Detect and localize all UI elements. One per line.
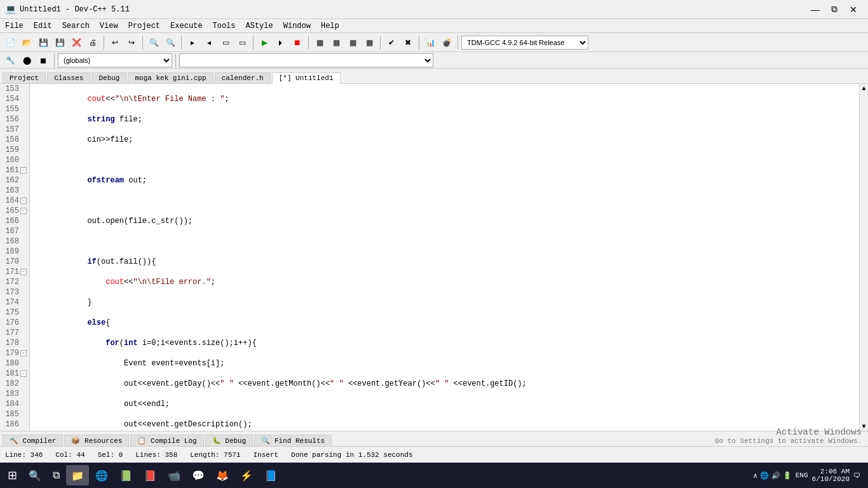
status-sel: Sel: 0: [98, 451, 123, 459]
tab-calender[interactable]: calender.h: [215, 72, 271, 83]
taskbar-icons: ∧ 🌐 🔊 🔋: [753, 471, 792, 480]
undo-button[interactable]: ↩: [107, 35, 123, 50]
tb2-btn1[interactable]: 🔧: [3, 53, 18, 68]
find-button[interactable]: 🔍: [146, 35, 161, 50]
tab-moga[interactable]: moga kek gini.cpp: [128, 72, 213, 83]
chevron-up-icon[interactable]: ∧: [753, 471, 757, 480]
grid4-button[interactable]: ▦: [362, 35, 377, 50]
fold-181[interactable]: −: [20, 370, 27, 377]
wechat-button[interactable]: 💬: [187, 465, 210, 485]
window-title: Untitled1 - Dev-C++ 5.11: [20, 5, 130, 14]
bottom-tabs: 🔨 Compiler 📦 Resources 📋 Compile Log 🐛 D…: [0, 431, 868, 446]
tab-classes[interactable]: Classes: [47, 72, 90, 83]
fold-171[interactable]: −: [20, 269, 27, 275]
toggle-comment-button[interactable]: ▭: [218, 35, 233, 50]
scroll-up-arrow[interactable]: ▲: [862, 84, 865, 93]
print-button[interactable]: 🖨: [85, 35, 100, 50]
tab-bar: Project Classes Debug moga kek gini.cpp …: [0, 69, 868, 84]
menu-project[interactable]: Project: [123, 20, 165, 32]
fold-164[interactable]: −: [20, 198, 27, 204]
replace-button[interactable]: 🔍: [163, 35, 178, 50]
unindent-button[interactable]: ◂: [201, 35, 217, 50]
excel-button[interactable]: 📗: [114, 465, 137, 485]
status-length: Length: 7571: [190, 451, 240, 459]
grid3-button[interactable]: ▦: [345, 35, 360, 50]
vertical-scrollbar[interactable]: ▲ ▼: [859, 84, 868, 431]
run-button[interactable]: ⏵: [273, 35, 288, 50]
syntax-check-button[interactable]: ▭: [234, 35, 250, 50]
scroll-down-arrow[interactable]: ▼: [862, 422, 865, 431]
tab-untitled1[interactable]: [*] Untitled1: [272, 72, 341, 84]
indent-button[interactable]: ▸: [185, 35, 200, 50]
fold-179[interactable]: −: [20, 350, 27, 356]
start-button[interactable]: ⊞: [3, 465, 22, 485]
fold-165[interactable]: −: [20, 208, 27, 214]
grid1-button[interactable]: ▦: [312, 35, 327, 50]
edge-button[interactable]: 🌐: [90, 465, 113, 485]
debug-button[interactable]: 💣: [439, 35, 454, 50]
taskbar-time: 2:06 AM 6/10/2020: [812, 468, 850, 483]
dev-button[interactable]: ⚡: [235, 465, 258, 485]
chart-button[interactable]: 📊: [423, 35, 438, 50]
save-all-button[interactable]: 💾: [52, 35, 67, 50]
network-icon: 🌐: [760, 471, 769, 480]
status-bar: Line: 346 Col: 44 Sel: 0 Lines: 358 Leng…: [0, 446, 868, 463]
powerpoint-button[interactable]: 📕: [139, 465, 161, 485]
compiler-dropdown[interactable]: TDM-GCC 4.9.2 64-bit Release: [461, 36, 588, 50]
line-numbers: 153 154 155 156 157 158 159 160 161− 162…: [0, 84, 30, 431]
fold-161[interactable]: −: [20, 167, 27, 173]
scope-dropdown[interactable]: (globals): [58, 53, 172, 67]
firefox-button[interactable]: 🦊: [211, 465, 234, 485]
status-line: Line: 346: [5, 451, 43, 459]
menu-edit[interactable]: Edit: [29, 20, 57, 32]
btab-compile-log[interactable]: 📋 Compile Log: [130, 435, 203, 446]
maximize-button[interactable]: ⧉: [825, 3, 844, 16]
language-indicator[interactable]: ENG: [796, 471, 808, 479]
status-message: Done parsing in 1.532 seconds: [291, 451, 412, 459]
toolbar2: 🔧 ⬤ ◼ (globals): [0, 52, 868, 69]
menu-search[interactable]: Search: [57, 20, 95, 32]
btab-find-results[interactable]: 🔍 Find Results: [254, 435, 332, 446]
btab-resources[interactable]: 📦 Resources: [64, 435, 129, 446]
symbol-dropdown[interactable]: [179, 53, 433, 67]
grid2-button[interactable]: ▦: [329, 35, 344, 50]
stop-button[interactable]: ⏹: [290, 35, 305, 50]
menu-execute[interactable]: Execute: [165, 20, 207, 32]
tb2-btn3[interactable]: ◼: [36, 53, 51, 68]
menu-astyle[interactable]: AStyle: [241, 20, 278, 32]
tb2-btn2[interactable]: ⬤: [19, 53, 34, 68]
taskbar: ⊞ 🔍 ⧉ 📁 🌐 📗 📕 📹 💬 🦊 ⚡ 📘 ∧ 🌐 🔊 🔋 ENG 2:06…: [0, 463, 868, 488]
word-button[interactable]: 📘: [259, 465, 282, 485]
new-button[interactable]: 📄: [3, 35, 18, 50]
menu-tools[interactable]: Tools: [208, 20, 241, 32]
menu-file[interactable]: File: [0, 20, 29, 32]
redo-button[interactable]: ↪: [124, 35, 139, 50]
btab-debug[interactable]: 🐛 Debug: [205, 435, 254, 446]
tab-debug[interactable]: Debug: [92, 72, 126, 83]
check-button[interactable]: ✔: [384, 35, 399, 50]
battery-icon: 🔋: [783, 471, 792, 480]
zoom-button[interactable]: 📹: [163, 465, 186, 485]
cancel-button[interactable]: ✖: [400, 35, 416, 50]
file-explorer-button[interactable]: 📁: [66, 465, 89, 485]
menu-window[interactable]: Window: [278, 20, 316, 32]
menu-view[interactable]: View: [95, 20, 123, 32]
menu-help[interactable]: Help: [316, 20, 344, 32]
btab-compiler[interactable]: 🔨 Compiler: [3, 435, 63, 446]
tab-project[interactable]: Project: [3, 72, 46, 83]
minimize-button[interactable]: —: [806, 3, 825, 16]
toolbar1: 📄 📂 💾 💾 ❌ 🖨 ↩ ↪ 🔍 🔍 ▸ ◂ ▭ ▭ ▶ ⏵ ⏹ ▦ ▦ ▦ …: [0, 33, 868, 52]
volume-icon: 🔊: [771, 471, 780, 480]
close-all-button[interactable]: ❌: [69, 35, 84, 50]
taskbar-right: ∧ 🌐 🔊 🔋 ENG 2:06 AM 6/10/2020 🗨: [753, 468, 865, 483]
open-button[interactable]: 📂: [19, 35, 34, 50]
app-icon: 💻: [5, 4, 16, 15]
title-bar: 💻 Untitled1 - Dev-C++ 5.11 — ⧉ ✕: [0, 0, 868, 19]
close-button[interactable]: ✕: [844, 3, 863, 16]
notification-icon[interactable]: 🗨: [853, 471, 860, 480]
task-view-button[interactable]: ⧉: [48, 465, 65, 485]
search-button[interactable]: 🔍: [24, 465, 46, 485]
code-editor[interactable]: cout<<"\n\tEnter File Name : "; string f…: [30, 84, 859, 431]
compile-run-button[interactable]: ▶: [257, 35, 272, 50]
save-button[interactable]: 💾: [36, 35, 51, 50]
